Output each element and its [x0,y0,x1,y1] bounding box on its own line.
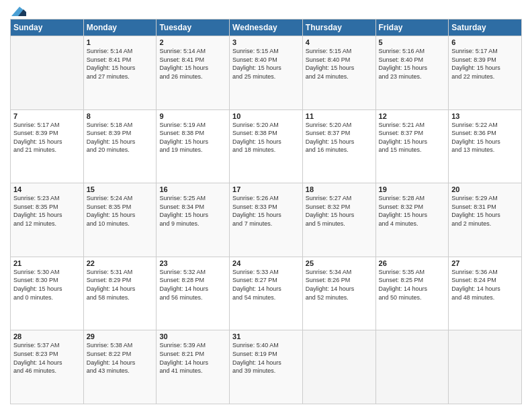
day-number: 14 [13,185,81,193]
calendar-cell: 2Sunrise: 5:14 AM Sunset: 8:41 PM Daylig… [157,36,230,110]
day-number: 21 [13,259,81,267]
calendar-cell: 6Sunrise: 5:17 AM Sunset: 8:39 PM Daylig… [449,36,522,110]
calendar-cell: 9Sunrise: 5:19 AM Sunset: 8:38 PM Daylig… [157,109,230,183]
day-info: Sunrise: 5:37 AM Sunset: 8:23 PM Dayligh… [13,341,81,375]
calendar-cell [11,36,84,110]
day-info: Sunrise: 5:36 AM Sunset: 8:24 PM Dayligh… [451,268,519,302]
day-number: 11 [306,112,373,120]
day-info: Sunrise: 5:20 AM Sunset: 8:37 PM Dayligh… [306,121,373,154]
calendar-cell: 7Sunrise: 5:17 AM Sunset: 8:39 PM Daylig… [11,109,84,183]
calendar-week-1: 1Sunrise: 5:14 AM Sunset: 8:41 PM Daylig… [11,36,522,110]
logo-icon [11,7,26,17]
day-info: Sunrise: 5:14 AM Sunset: 8:41 PM Dayligh… [159,47,226,81]
calendar-cell: 24Sunrise: 5:33 AM Sunset: 8:27 PM Dayli… [230,257,303,330]
day-number: 12 [379,112,446,120]
calendar-cell: 21Sunrise: 5:30 AM Sunset: 8:30 PM Dayli… [11,257,84,330]
calendar-header-friday: Friday [375,19,449,36]
day-number: 15 [87,185,154,193]
day-number: 13 [451,112,519,120]
day-info: Sunrise: 5:30 AM Sunset: 8:30 PM Dayligh… [13,268,81,302]
calendar-cell: 28Sunrise: 5:37 AM Sunset: 8:23 PM Dayli… [11,330,84,404]
day-info: Sunrise: 5:24 AM Sunset: 8:35 PM Dayligh… [87,194,154,228]
calendar-header-row: SundayMondayTuesdayWednesdayThursdayFrid… [11,19,522,36]
day-info: Sunrise: 5:28 AM Sunset: 8:32 PM Dayligh… [379,194,446,228]
day-info: Sunrise: 5:20 AM Sunset: 8:38 PM Dayligh… [232,121,300,154]
calendar-cell: 4Sunrise: 5:15 AM Sunset: 8:40 PM Daylig… [302,36,375,110]
header [10,7,522,15]
day-info: Sunrise: 5:19 AM Sunset: 8:38 PM Dayligh… [159,121,226,154]
calendar-cell: 3Sunrise: 5:15 AM Sunset: 8:40 PM Daylig… [230,36,303,110]
day-number: 7 [13,112,81,120]
calendar-cell [302,330,375,404]
day-number: 17 [232,185,300,193]
day-info: Sunrise: 5:27 AM Sunset: 8:32 PM Dayligh… [306,194,373,228]
calendar-cell: 25Sunrise: 5:34 AM Sunset: 8:26 PM Dayli… [302,257,375,330]
day-info: Sunrise: 5:23 AM Sunset: 8:35 PM Dayligh… [13,194,81,228]
calendar-cell: 15Sunrise: 5:24 AM Sunset: 8:35 PM Dayli… [83,183,157,257]
calendar-cell: 27Sunrise: 5:36 AM Sunset: 8:24 PM Dayli… [449,257,522,330]
calendar-table: SundayMondayTuesdayWednesdayThursdayFrid… [10,19,522,404]
day-number: 24 [232,259,300,267]
calendar-header-monday: Monday [83,19,157,36]
calendar-cell: 31Sunrise: 5:40 AM Sunset: 8:19 PM Dayli… [230,330,303,404]
calendar-cell: 11Sunrise: 5:20 AM Sunset: 8:37 PM Dayli… [302,109,375,183]
calendar-header-thursday: Thursday [302,19,375,36]
calendar-cell [375,330,449,404]
calendar-cell: 29Sunrise: 5:38 AM Sunset: 8:22 PM Dayli… [83,330,157,404]
day-number: 20 [451,185,519,193]
calendar-header-saturday: Saturday [449,19,522,36]
day-info: Sunrise: 5:26 AM Sunset: 8:33 PM Dayligh… [232,194,300,228]
calendar-header-wednesday: Wednesday [230,19,303,36]
day-info: Sunrise: 5:21 AM Sunset: 8:37 PM Dayligh… [379,121,446,154]
day-info: Sunrise: 5:15 AM Sunset: 8:40 PM Dayligh… [232,47,300,81]
day-number: 27 [451,259,519,267]
calendar-cell: 13Sunrise: 5:22 AM Sunset: 8:36 PM Dayli… [449,109,522,183]
day-info: Sunrise: 5:32 AM Sunset: 8:28 PM Dayligh… [159,268,226,302]
day-info: Sunrise: 5:17 AM Sunset: 8:39 PM Dayligh… [13,121,81,154]
calendar-week-5: 28Sunrise: 5:37 AM Sunset: 8:23 PM Dayli… [11,330,522,404]
day-number: 23 [159,259,226,267]
day-number: 28 [13,332,81,340]
day-info: Sunrise: 5:38 AM Sunset: 8:22 PM Dayligh… [87,341,154,375]
day-number: 6 [451,38,519,46]
day-number: 3 [232,38,300,46]
day-info: Sunrise: 5:15 AM Sunset: 8:40 PM Dayligh… [306,47,373,81]
calendar-cell: 1Sunrise: 5:14 AM Sunset: 8:41 PM Daylig… [83,36,157,110]
day-info: Sunrise: 5:34 AM Sunset: 8:26 PM Dayligh… [306,268,373,302]
day-number: 26 [379,259,446,267]
day-info: Sunrise: 5:17 AM Sunset: 8:39 PM Dayligh… [451,47,519,81]
calendar-cell: 19Sunrise: 5:28 AM Sunset: 8:32 PM Dayli… [375,183,449,257]
calendar-cell: 10Sunrise: 5:20 AM Sunset: 8:38 PM Dayli… [230,109,303,183]
calendar-week-3: 14Sunrise: 5:23 AM Sunset: 8:35 PM Dayli… [11,183,522,257]
day-info: Sunrise: 5:39 AM Sunset: 8:21 PM Dayligh… [159,341,226,375]
day-number: 16 [159,185,226,193]
calendar-cell: 14Sunrise: 5:23 AM Sunset: 8:35 PM Dayli… [11,183,84,257]
calendar-cell: 26Sunrise: 5:35 AM Sunset: 8:25 PM Dayli… [375,257,449,330]
calendar-week-2: 7Sunrise: 5:17 AM Sunset: 8:39 PM Daylig… [11,109,522,183]
day-number: 30 [159,332,226,340]
calendar-cell: 16Sunrise: 5:25 AM Sunset: 8:34 PM Dayli… [157,183,230,257]
day-number: 2 [159,38,226,46]
day-info: Sunrise: 5:31 AM Sunset: 8:29 PM Dayligh… [87,268,154,302]
page: SundayMondayTuesdayWednesdayThursdayFrid… [0,0,532,411]
day-number: 9 [159,112,226,120]
day-info: Sunrise: 5:14 AM Sunset: 8:41 PM Dayligh… [87,47,154,81]
calendar-header-tuesday: Tuesday [157,19,230,36]
day-info: Sunrise: 5:33 AM Sunset: 8:27 PM Dayligh… [232,268,300,302]
day-info: Sunrise: 5:25 AM Sunset: 8:34 PM Dayligh… [159,194,226,228]
calendar-cell: 12Sunrise: 5:21 AM Sunset: 8:37 PM Dayli… [375,109,449,183]
calendar-cell: 30Sunrise: 5:39 AM Sunset: 8:21 PM Dayli… [157,330,230,404]
day-info: Sunrise: 5:22 AM Sunset: 8:36 PM Dayligh… [451,121,519,154]
logo [10,7,26,15]
day-number: 22 [87,259,154,267]
calendar-cell: 20Sunrise: 5:29 AM Sunset: 8:31 PM Dayli… [449,183,522,257]
day-number: 29 [87,332,154,340]
day-info: Sunrise: 5:40 AM Sunset: 8:19 PM Dayligh… [232,341,300,375]
calendar-cell: 18Sunrise: 5:27 AM Sunset: 8:32 PM Dayli… [302,183,375,257]
calendar-cell [449,330,522,404]
calendar-week-4: 21Sunrise: 5:30 AM Sunset: 8:30 PM Dayli… [11,257,522,330]
day-number: 18 [306,185,373,193]
day-number: 5 [379,38,446,46]
calendar-cell: 23Sunrise: 5:32 AM Sunset: 8:28 PM Dayli… [157,257,230,330]
calendar-cell: 17Sunrise: 5:26 AM Sunset: 8:33 PM Dayli… [230,183,303,257]
